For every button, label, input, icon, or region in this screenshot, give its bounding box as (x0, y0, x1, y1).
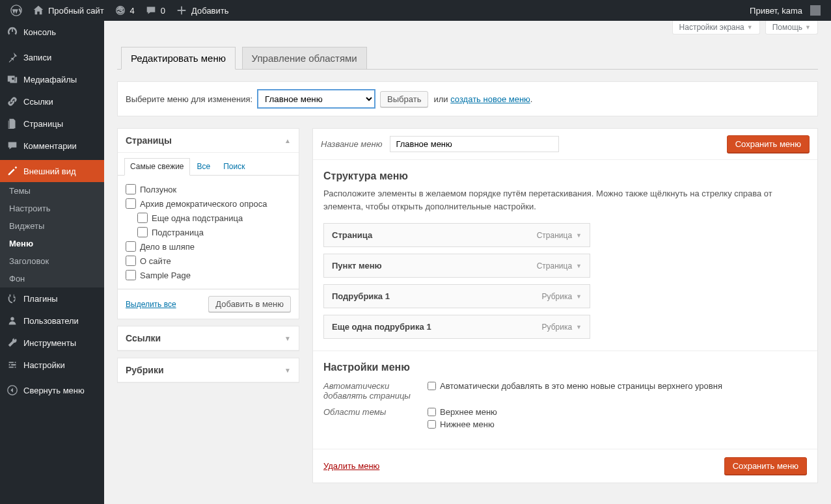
sidebar-links[interactable]: Ссылки (0, 90, 104, 113)
page-checkbox[interactable] (126, 184, 136, 194)
page-checklist-item[interactable]: Sample Page (126, 268, 291, 282)
menu-select[interactable]: Главное меню (258, 90, 375, 108)
nav-tabs: Редактировать меню Управление областями (117, 41, 818, 70)
metabox-categories-toggle[interactable]: Рубрики ▼ (118, 358, 299, 382)
theme-location-row[interactable]: Нижнее меню (428, 419, 497, 429)
page-checklist-item[interactable]: Подстраница (126, 225, 291, 239)
updates-link[interactable]: 4 (109, 0, 140, 21)
sidebar-comments[interactable]: Комментарии (0, 135, 104, 157)
site-name-link[interactable]: Пробный сайт (27, 0, 109, 21)
sidebar-users-label: Пользователи (23, 316, 79, 326)
add-to-menu-button[interactable]: Добавить в меню (208, 296, 291, 312)
comments-link[interactable]: 0 (140, 0, 170, 21)
theme-location-row[interactable]: Верхнее меню (428, 407, 497, 417)
delete-menu-link[interactable]: Удалить меню (323, 461, 379, 471)
save-menu-button-top[interactable]: Сохранить меню (727, 135, 810, 153)
theme-location-checkbox[interactable] (428, 408, 436, 416)
sidebar-plugins-label: Плагины (23, 294, 58, 304)
pages-tab-recent[interactable]: Самые свежие (124, 158, 190, 176)
wp-logo[interactable] (5, 0, 27, 21)
page-checkbox[interactable] (126, 241, 136, 252)
page-checkbox[interactable] (126, 256, 136, 266)
pages-inner-tabs: Самые свежие Все Поиск (118, 153, 299, 176)
sidebar-dashboard[interactable]: Консоль (0, 21, 104, 43)
pages-tab-all[interactable]: Все (191, 158, 217, 175)
chevron-down-icon[interactable]: ▼ (576, 232, 582, 239)
help-button[interactable]: Помощь ▼ (765, 21, 818, 34)
sidebar-tools[interactable]: Инструменты (0, 332, 104, 354)
page-checklist-item[interactable]: Дело в шляпе (126, 239, 291, 254)
sidebar-settings[interactable]: Настройки (0, 354, 104, 376)
media-icon (7, 73, 18, 85)
content-area: Настройки экрана ▼ Помощь ▼ Редактироват… (104, 21, 831, 504)
sidebar-tools-label: Инструменты (23, 338, 76, 348)
submenu-customize[interactable]: Настроить (0, 200, 104, 217)
menu-structure-item[interactable]: Подрубрика 1Рубрика▼ (323, 284, 590, 308)
page-checkbox[interactable] (126, 198, 136, 209)
sidebar-dashboard-label: Консоль (23, 27, 56, 37)
updates-count: 4 (130, 6, 135, 16)
tab-manage-locations[interactable]: Управление областями (242, 47, 367, 69)
sidebar-users[interactable]: Пользователи (0, 310, 104, 332)
chevron-down-icon[interactable]: ▼ (576, 263, 582, 269)
theme-location-checkbox[interactable] (428, 420, 436, 429)
sidebar-appearance-label: Внешний вид (23, 166, 76, 176)
sidebar-appearance[interactable]: Внешний вид (0, 160, 104, 182)
page-checklist-item[interactable]: Ползунок (126, 182, 291, 196)
chevron-down-icon[interactable]: ▼ (576, 293, 582, 300)
metabox-categories-title: Рубрики (126, 365, 164, 375)
menu-item-type: Рубрика▼ (542, 323, 582, 332)
metabox-pages-toggle[interactable]: Страницы ▲ (118, 129, 299, 153)
sidebar-collapse-label: Свернуть меню (23, 386, 85, 395)
page-item-label: Дело в шляпе (140, 242, 195, 252)
metabox-pages: Страницы ▲ Самые свежие Все Поиск Ползун… (117, 128, 299, 319)
chevron-down-icon[interactable]: ▼ (576, 324, 582, 330)
appearance-submenu: Темы Настроить Виджеты Меню Заголовок Фо… (0, 182, 104, 287)
screen-options-button[interactable]: Настройки экрана ▼ (672, 21, 760, 34)
submenu-background[interactable]: Фон (0, 270, 104, 287)
page-checklist-item[interactable]: Еще одна подстраница (126, 211, 291, 225)
menu-structure-item[interactable]: Еще одна подрубрика 1Рубрика▼ (323, 315, 590, 339)
sidebar-pages[interactable]: Страницы (0, 113, 104, 135)
tab-edit-menus[interactable]: Редактировать меню (121, 47, 236, 70)
pages-checklist[interactable]: ПолзунокАрхив демократического опросаЕще… (118, 176, 299, 289)
auto-add-checkbox-row[interactable]: Автоматически добавлять в это меню новые… (428, 381, 722, 391)
pages-icon (7, 118, 18, 129)
submenu-header[interactable]: Заголовок (0, 252, 104, 270)
sidebar-media[interactable]: Медиафайлы (0, 68, 104, 90)
metabox-links-toggle[interactable]: Ссылки ▼ (118, 326, 299, 351)
page-checkbox[interactable] (137, 227, 148, 237)
sidebar-plugins[interactable]: Плагины (0, 287, 104, 310)
admin-sidebar: Консоль Записи Медиафайлы Ссылки Страниц… (0, 21, 104, 504)
account-link[interactable]: Привет, kama (744, 0, 826, 21)
comment-icon (145, 5, 157, 16)
auto-add-checkbox[interactable] (428, 382, 436, 390)
submenu-widgets[interactable]: Виджеты (0, 217, 104, 235)
sidebar-collapse[interactable]: Свернуть меню (0, 379, 104, 401)
select-button[interactable]: Выбрать (380, 91, 428, 107)
menu-name-input[interactable] (390, 136, 559, 152)
menu-item-type: Страница▼ (537, 231, 582, 240)
create-menu-link[interactable]: создать новое меню (450, 94, 530, 104)
menu-structure-item[interactable]: Пункт менюСтраница▼ (323, 254, 590, 278)
select-all-link[interactable]: Выделить все (126, 300, 176, 309)
submenu-menus[interactable]: Меню (0, 235, 104, 252)
submenu-themes[interactable]: Темы (0, 182, 104, 200)
sidebar-links-label: Ссылки (23, 97, 53, 107)
collapse-icon (7, 384, 18, 396)
auto-add-label: Автоматически добавлять страницы (323, 381, 415, 401)
sidebar-settings-label: Настройки (23, 360, 65, 370)
add-new-label: Добавить (191, 6, 228, 16)
add-new-link[interactable]: Добавить (170, 0, 234, 21)
sidebar-posts[interactable]: Записи (0, 46, 104, 68)
page-checklist-item[interactable]: Архив демократического опроса (126, 196, 291, 211)
svg-point-2 (10, 317, 14, 321)
updates-icon (115, 5, 126, 16)
pages-tab-search[interactable]: Поиск (217, 158, 251, 175)
page-checkbox[interactable] (126, 270, 136, 280)
pin-icon (7, 51, 18, 63)
menu-structure-item[interactable]: СтраницаСтраница▼ (323, 223, 590, 247)
save-menu-button-bottom[interactable]: Сохранить меню (724, 457, 807, 475)
page-checklist-item[interactable]: О сайте (126, 254, 291, 268)
page-checkbox[interactable] (137, 213, 148, 223)
